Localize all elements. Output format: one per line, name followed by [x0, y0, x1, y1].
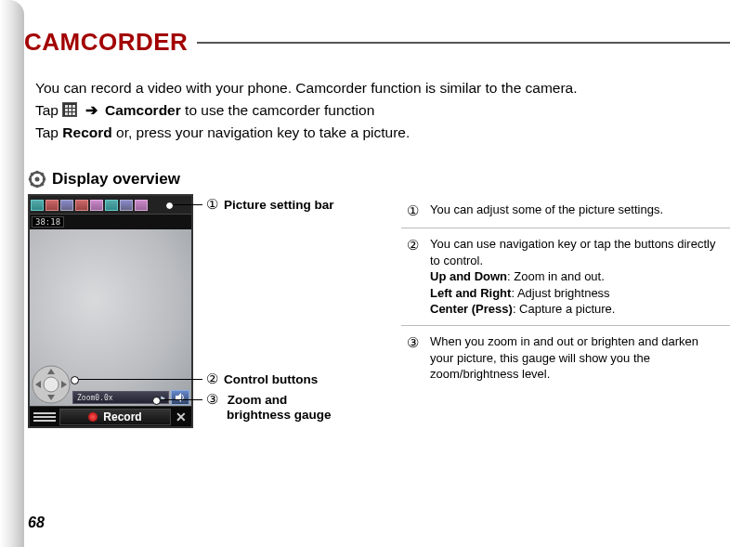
intro-tap-2: Tap [35, 124, 62, 140]
speaker-icon [171, 390, 189, 405]
desc-3-text: When you zoom in and out or brighten and… [430, 333, 724, 383]
zoom-brightness-gauge: Zoom0.0x [72, 389, 191, 406]
desc-3-num: ③ [407, 333, 419, 383]
intro-camcorder: Camcorder [105, 102, 181, 118]
intro-line3-post: or, press your navigation key to take a … [116, 124, 410, 140]
leader-line-1 [169, 204, 202, 205]
svg-line-9 [31, 183, 33, 186]
callout-3-label-line1: Zoom and [228, 393, 288, 407]
intro-line-1: You can record a video with your phone. … [35, 77, 730, 99]
desc-2-lr-text: : Adjust brightness [511, 286, 609, 300]
desc-2-text: You can use navigation key or tap the bu… [430, 236, 724, 318]
intro-line-2: Tap ➔ Camcorder to use the camcorder fun… [35, 99, 730, 122]
section-heading-text: Display overview [52, 170, 180, 189]
desc-2-c-text: : Capture a picture. [513, 302, 616, 316]
callout-3-label-line2: brightness gauge [206, 408, 332, 422]
intro-record: Record [62, 124, 111, 140]
svg-point-11 [44, 377, 59, 392]
svg-marker-16 [176, 393, 181, 402]
page-number: 68 [28, 514, 45, 531]
time-counter: 38:18 [32, 216, 64, 228]
phone-screenshot: 38:18 Zoom0.0x [28, 194, 193, 428]
section-heading: Display overview [28, 170, 730, 189]
desc-1-num: ① [407, 202, 419, 220]
desc-2-upd-text: : Zoom in and out. [507, 269, 605, 283]
callout-3: ③ Zoom and brightness gauge [206, 391, 332, 422]
description-list: ① You can adjust some of the picture set… [394, 194, 730, 390]
page-title: CAMCORDER [24, 28, 197, 57]
callout-3-num: ③ [206, 391, 218, 408]
intro-text: You can record a video with your phone. … [35, 77, 730, 144]
svg-line-7 [41, 183, 43, 186]
menu-icon [33, 409, 56, 425]
leader-line-2 [74, 379, 202, 380]
close-icon: ✕ [171, 410, 191, 424]
intro-tap-1: Tap [35, 102, 62, 118]
callout-1: ① Picture setting bar [206, 196, 334, 213]
desc-2-num: ② [407, 236, 419, 318]
svg-line-6 [31, 173, 33, 176]
description-item-2: ② You can use navigation key or tap the … [401, 228, 730, 326]
description-item-3: ③ When you zoom in and out or brighten a… [401, 326, 730, 390]
callout-1-num: ① [206, 196, 218, 213]
desc-2-upd-label: Up and Down [430, 269, 507, 283]
callout-2: ② Control buttons [206, 371, 318, 387]
svg-line-8 [41, 173, 43, 176]
title-rule [197, 42, 730, 44]
intro-line-3: Tap Record or, press your navigation key… [35, 122, 730, 144]
record-button-label: Record [103, 410, 141, 423]
desc-2-c-label: Center (Press) [430, 302, 513, 316]
control-dpad [32, 365, 71, 404]
desc-2-line1: You can use navigation key or tap the bu… [430, 236, 724, 268]
svg-point-1 [35, 177, 40, 182]
callout-1-label: Picture setting bar [224, 198, 334, 212]
bottom-bar: Record ✕ [30, 406, 191, 426]
desc-2-lr-label: Left and Right [430, 286, 511, 300]
record-dot-icon [88, 412, 98, 422]
gear-icon [28, 170, 46, 189]
counter-row: 38:18 [30, 215, 191, 229]
arrow-icon: ➔ [82, 102, 101, 118]
callout-2-num: ② [206, 371, 218, 387]
intro-line2-post: to use the camcorder function [185, 102, 374, 118]
leader-line-3 [156, 399, 202, 400]
menu-grid-icon [62, 102, 77, 117]
desc-1-text: You can adjust some of the picture setti… [430, 202, 663, 220]
record-button: Record [59, 409, 171, 425]
page-side-bar [0, 0, 24, 547]
description-item-1: ① You can adjust some of the picture set… [401, 194, 730, 228]
callout-2-label: Control buttons [224, 372, 318, 386]
